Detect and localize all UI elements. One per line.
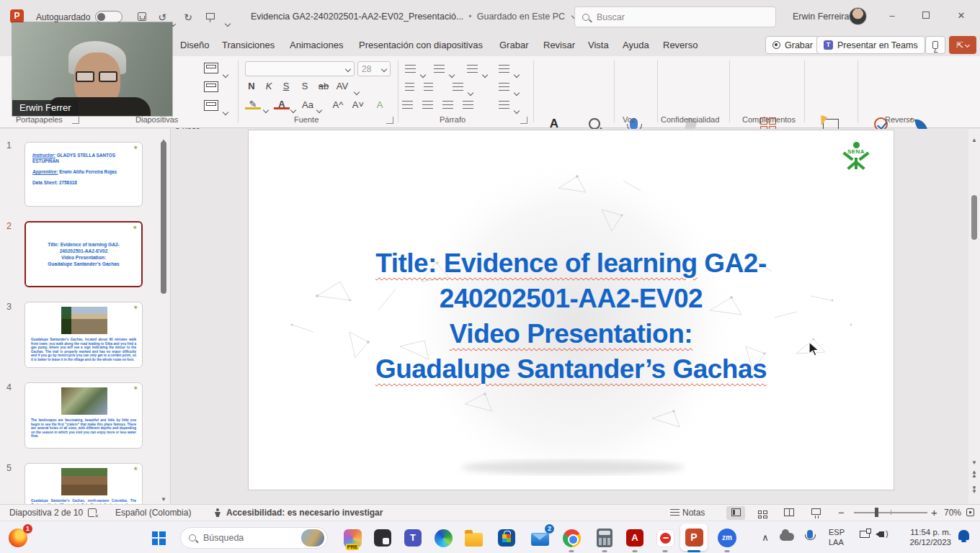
- mail-icon[interactable]: 2: [529, 527, 551, 549]
- accessibility-icon[interactable]: [213, 508, 222, 517]
- line-spacing-chevron-icon[interactable]: [483, 67, 487, 80]
- tab-reverso[interactable]: Reverso: [662, 35, 699, 56]
- tab-animaciones[interactable]: Animaciones: [288, 35, 344, 56]
- zoom-out-button[interactable]: −: [838, 506, 845, 518]
- character-spacing-button[interactable]: AV: [334, 79, 350, 94]
- tray-overflow-chevron-icon[interactable]: ∧: [758, 521, 772, 553]
- powerpoint-app-icon[interactable]: P: [10, 9, 24, 23]
- numbering-chevron-icon[interactable]: [450, 67, 454, 80]
- chat-app-icon[interactable]: [654, 527, 676, 549]
- maximize-button[interactable]: [910, 0, 942, 32]
- clock[interactable]: 11:54 p. m. 26/12/2023: [901, 527, 951, 553]
- change-case-button[interactable]: Aa: [300, 98, 316, 112]
- thumbnail-scrollbar[interactable]: ▲ ▼: [159, 132, 168, 500]
- present-in-teams-button[interactable]: T Presentar en Teams: [816, 36, 925, 54]
- microphone-tray-icon[interactable]: [807, 530, 813, 553]
- calculator-icon[interactable]: [594, 527, 615, 549]
- text-direction-button[interactable]: [499, 65, 509, 73]
- numbering-button[interactable]: [434, 65, 445, 73]
- next-slide-button[interactable]: ▼▼: [971, 486, 977, 493]
- spacing-chevron-icon[interactable]: [355, 84, 359, 97]
- align-text-chevron-icon[interactable]: [514, 85, 519, 98]
- grow-font-button[interactable]: A^: [330, 98, 346, 112]
- view-slideshow-button[interactable]: [806, 506, 825, 520]
- align-center-button[interactable]: [422, 101, 433, 109]
- text-shadow-button[interactable]: S: [297, 79, 313, 94]
- taskbar-search-input[interactable]: [202, 532, 288, 544]
- scroll-up-arrow-icon[interactable]: ▲: [971, 132, 977, 145]
- search-input[interactable]: [595, 12, 739, 23]
- task-view-icon[interactable]: [372, 527, 393, 549]
- layout-chevron-icon[interactable]: [223, 67, 228, 80]
- italic-button[interactable]: K: [261, 79, 277, 94]
- bullets-chevron-icon[interactable]: [421, 67, 425, 80]
- tab-revisar[interactable]: Revisar: [542, 35, 576, 56]
- record-button[interactable]: Grabar: [765, 36, 820, 54]
- webcam-overlay[interactable]: Erwin Ferrer: [12, 22, 172, 116]
- chrome-icon[interactable]: [561, 527, 582, 549]
- minimize-button[interactable]: –: [876, 0, 908, 32]
- font-color-chevron-icon[interactable]: [291, 102, 295, 115]
- accessibility-status[interactable]: Accesibilidad: es necesario investigar: [226, 508, 383, 518]
- taskbar-search-box[interactable]: [180, 527, 328, 549]
- line-spacing-button[interactable]: [467, 65, 478, 73]
- tab-presentacion[interactable]: Presentación con diapositivas: [357, 35, 484, 56]
- view-normal-button[interactable]: [726, 506, 745, 520]
- start-button[interactable]: [148, 527, 169, 549]
- scroll-down-arrow-icon[interactable]: ▼: [971, 454, 977, 467]
- start-presentation-icon[interactable]: [202, 10, 218, 24]
- reset-slide-button[interactable]: [204, 81, 218, 92]
- close-button[interactable]: ✕: [945, 0, 977, 32]
- section-button[interactable]: [204, 100, 218, 111]
- bold-button[interactable]: N: [244, 79, 259, 94]
- redo-icon[interactable]: ↻: [180, 10, 196, 24]
- document-title[interactable]: Evidencia GA2-240202501-AA2-EV02_Present…: [251, 12, 576, 22]
- quick-access-overflow-icon[interactable]: [226, 16, 230, 29]
- slide-thumbnail-2-selected[interactable]: ✶ Title: Evidence of learning GA2- 24020…: [24, 221, 143, 287]
- view-reading-button[interactable]: [780, 506, 798, 520]
- zoom-app-icon[interactable]: zm: [716, 527, 738, 549]
- language-switcher[interactable]: ESP LAA: [829, 527, 845, 553]
- editor-scrollbar-thumb[interactable]: [971, 195, 977, 240]
- case-chevron-icon[interactable]: [317, 102, 321, 115]
- autosave-toggle[interactable]: [95, 11, 122, 23]
- font-color-button[interactable]: A: [274, 97, 290, 109]
- font-size-combobox[interactable]: 28: [357, 61, 391, 76]
- office-search-box[interactable]: [574, 6, 776, 27]
- strikethrough-button[interactable]: ab: [316, 79, 331, 94]
- notes-button[interactable]: Notas: [670, 508, 705, 518]
- fit-to-window-icon[interactable]: [966, 508, 974, 516]
- slide-thumbnail-4[interactable]: ✶ The landscapes are fascinating, beauti…: [24, 382, 143, 449]
- paragraph-dialog-launcher[interactable]: [520, 117, 527, 124]
- network-icon[interactable]: [860, 528, 870, 553]
- bullets-button[interactable]: [405, 65, 416, 73]
- shrink-font-button[interactable]: A˅: [350, 98, 366, 112]
- slide-canvas[interactable]: SENA Title: Evidence of learning GA2- 24…: [249, 130, 894, 490]
- view-slide-sorter-button[interactable]: [753, 506, 772, 520]
- onedrive-icon[interactable]: [780, 529, 794, 553]
- section-chevron-icon[interactable]: [223, 104, 228, 117]
- slide-thumbnail-3[interactable]: ✶ Guadalupe Santander's Gachas, located …: [24, 302, 143, 368]
- increase-indent-button[interactable]: [424, 83, 433, 91]
- comments-button[interactable]: [925, 36, 945, 54]
- language-indicator[interactable]: Español (Colombia): [115, 508, 191, 518]
- saved-status[interactable]: Guardado en Este PC: [477, 12, 565, 22]
- slide-title-textbox[interactable]: Title: Evidence of learning GA2- 2402025…: [277, 246, 865, 387]
- microsoft-store-icon[interactable]: [496, 527, 517, 549]
- highlight-color-button[interactable]: ✎: [245, 97, 261, 109]
- copilot-icon[interactable]: PRE: [342, 527, 363, 549]
- spellcheck-icon[interactable]: [88, 508, 97, 517]
- share-button[interactable]: ⇱: [949, 36, 976, 54]
- justify-button[interactable]: [463, 101, 473, 109]
- slide-indicator[interactable]: Diapositiva 2 de 10: [9, 508, 83, 518]
- align-left-button[interactable]: [402, 101, 413, 109]
- tab-ayuda[interactable]: Ayuda: [621, 35, 651, 56]
- speaker-icon[interactable]: [879, 529, 884, 553]
- smartart-chevron-icon[interactable]: [514, 103, 519, 116]
- layout-button[interactable]: [204, 63, 218, 73]
- firefox-icon[interactable]: 1: [7, 527, 29, 549]
- slide-thumbnail-1[interactable]: ✶ Instructor: GLADYS STELLA SANTOS ESTUP…: [24, 142, 143, 207]
- file-explorer-icon[interactable]: [463, 527, 484, 549]
- underline-button[interactable]: S: [278, 79, 294, 94]
- acrobat-icon[interactable]: A: [624, 527, 646, 549]
